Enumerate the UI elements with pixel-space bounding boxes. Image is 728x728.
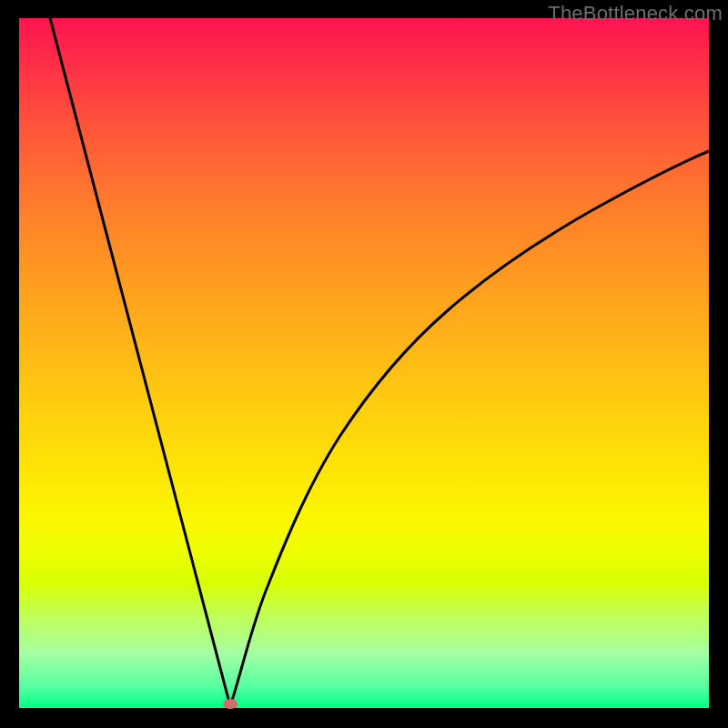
bottleneck-curve (19, 18, 709, 708)
minimum-marker (223, 699, 238, 709)
curve-left-branch (50, 18, 230, 706)
curve-right-branch (230, 151, 709, 706)
watermark-text: TheBottleneck.com (548, 2, 723, 25)
